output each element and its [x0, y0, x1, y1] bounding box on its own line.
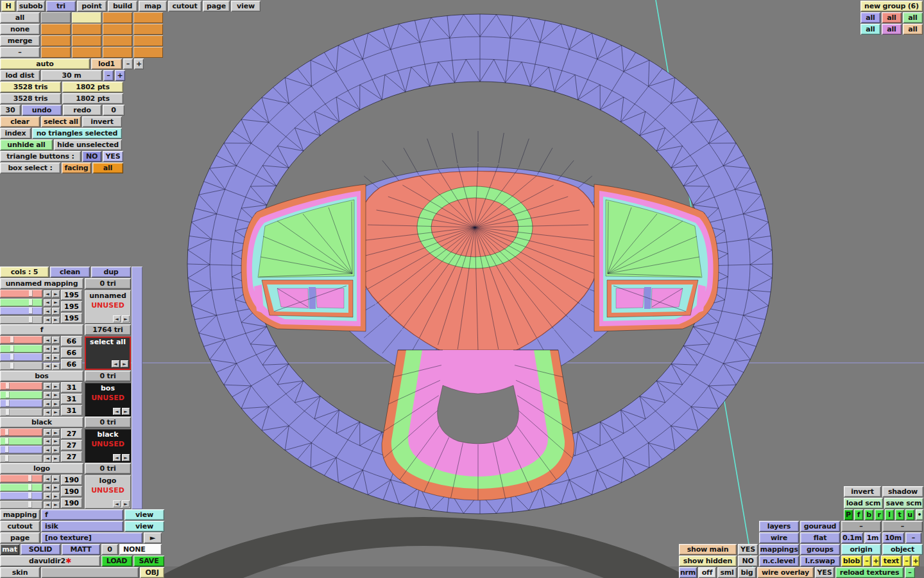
material-prev-icon[interactable]: ◄	[113, 454, 121, 461]
view-r-button[interactable]: r	[875, 509, 884, 520]
slider-handle[interactable]	[10, 363, 14, 369]
load-button[interactable]: LOAD	[101, 556, 132, 566]
subob-cell[interactable]	[72, 24, 101, 35]
box-select-all[interactable]: all	[92, 162, 123, 173]
dist-01m-button[interactable]: 0.1m	[841, 532, 863, 543]
slider-increment-icon[interactable]: ►	[52, 446, 60, 453]
clean-button[interactable]: clean	[50, 267, 90, 277]
slider-decrement-icon[interactable]: ◄	[44, 354, 51, 361]
auto-button[interactable]: auto	[0, 58, 90, 69]
subob-cell[interactable]	[41, 24, 71, 35]
save-button[interactable]: SAVE	[133, 556, 164, 566]
subob-cell[interactable]	[133, 12, 163, 23]
slider-handle[interactable]	[6, 383, 10, 389]
slider-handle[interactable]	[5, 429, 9, 435]
color-slider[interactable]	[0, 399, 42, 407]
material-name-box[interactable]: bosUNUSED◄►	[85, 383, 131, 416]
slider-handle[interactable]	[6, 400, 10, 407]
color-slider[interactable]	[0, 345, 42, 353]
color-slider[interactable]	[0, 484, 42, 491]
material-next-icon[interactable]: ►	[122, 408, 130, 415]
view-invert-button[interactable]: invert	[844, 486, 881, 497]
text-plus-button[interactable]: +	[912, 556, 920, 566]
slider-decrement-icon[interactable]: ◄	[44, 290, 51, 297]
subob-none-button[interactable]: none	[0, 24, 40, 35]
view-l-button[interactable]: l	[885, 509, 894, 520]
view-p-button[interactable]: P	[844, 509, 853, 520]
slider-increment-icon[interactable]: ►	[52, 337, 60, 344]
lod-plus-button[interactable]: +	[134, 58, 144, 69]
material-section-name[interactable]: black	[0, 417, 83, 428]
slider-handle[interactable]	[29, 317, 33, 323]
slider-decrement-icon[interactable]: ◄	[44, 392, 51, 399]
slider-decrement-icon[interactable]: ◄	[44, 484, 51, 491]
nrm-off-button[interactable]: off	[698, 567, 716, 578]
slider-handle[interactable]	[5, 455, 9, 462]
dup-button[interactable]: dup	[91, 267, 131, 277]
unhide-all-button[interactable]: unhide all	[0, 139, 53, 150]
view-dot-button[interactable]: •	[916, 509, 923, 520]
material-next-icon[interactable]: ►	[121, 360, 128, 367]
layers-button[interactable]: layers	[759, 521, 799, 532]
lod-dist-minus-button[interactable]: –	[103, 70, 114, 81]
cols-button[interactable]: cols : 5	[0, 267, 49, 277]
slider-handle[interactable]	[5, 446, 9, 453]
slider-decrement-icon[interactable]: ◄	[44, 475, 51, 482]
color-slider[interactable]	[0, 501, 42, 509]
slider-handle[interactable]	[29, 299, 33, 306]
slider-increment-icon[interactable]: ►	[52, 346, 60, 353]
slider-decrement-icon[interactable]: ◄	[44, 502, 51, 509]
subob-cell[interactable]	[72, 35, 101, 46]
dist-1m-button[interactable]: 1m	[864, 532, 881, 543]
slider-increment-icon[interactable]: ►	[52, 317, 60, 324]
color-slider[interactable]	[0, 475, 42, 482]
page-next-icon[interactable]: ►	[144, 532, 162, 543]
subob-all-button[interactable]: all	[0, 12, 40, 23]
color-slider[interactable]	[0, 408, 42, 416]
slider-decrement-icon[interactable]: ◄	[44, 308, 51, 315]
slider-decrement-icon[interactable]: ◄	[44, 438, 51, 445]
slider-increment-icon[interactable]: ►	[52, 438, 60, 445]
tab-tri-selected[interactable]: tri	[46, 1, 76, 12]
group-all-purple[interactable]: all	[860, 12, 880, 23]
color-slider[interactable]	[0, 382, 42, 390]
subob-cell[interactable]	[133, 35, 163, 46]
box-select-facing[interactable]: facing	[62, 162, 91, 173]
load-scm-button[interactable]: load scm	[844, 498, 883, 509]
tab-cutout[interactable]: cutout	[168, 1, 201, 12]
slider-decrement-icon[interactable]: ◄	[44, 455, 51, 462]
group-all-red[interactable]: all	[882, 12, 902, 23]
material-prev-icon[interactable]: ◄	[113, 315, 121, 322]
material-section-name[interactable]: logo	[0, 463, 83, 474]
view-shadow-button[interactable]: shadow	[882, 486, 923, 497]
slider-decrement-icon[interactable]: ◄	[44, 346, 51, 353]
view-t-button[interactable]: t	[895, 509, 904, 520]
subob-cell[interactable]	[133, 24, 163, 35]
material-name-box[interactable]: select all◄►	[85, 337, 131, 370]
slider-increment-icon[interactable]: ►	[52, 409, 60, 416]
slider-increment-icon[interactable]: ►	[52, 484, 60, 491]
triangle-buttons-no[interactable]: NO	[82, 151, 101, 162]
slider-handle[interactable]	[28, 493, 32, 499]
reload-dash-button[interactable]: –	[905, 567, 915, 578]
cutout-value[interactable]: isik	[41, 521, 123, 532]
triangle-buttons-yes[interactable]: YES	[103, 151, 123, 162]
subob-cell[interactable]	[133, 47, 163, 58]
material-next-icon[interactable]: ►	[122, 454, 130, 461]
mat-none-value[interactable]: NONE	[119, 544, 162, 555]
slider-increment-icon[interactable]: ►	[52, 308, 60, 315]
material-name-box[interactable]: blackUNUSED◄►	[85, 429, 131, 462]
subob-cell[interactable]	[41, 12, 71, 23]
slider-decrement-icon[interactable]: ◄	[44, 317, 51, 324]
nrm-sml-button[interactable]: sml	[717, 567, 737, 578]
redo-button[interactable]: redo	[63, 105, 101, 116]
tab-build[interactable]: build	[108, 1, 137, 12]
color-slider[interactable]	[0, 446, 42, 453]
slider-handle[interactable]	[28, 475, 32, 482]
slider-increment-icon[interactable]: ►	[52, 475, 60, 482]
groups-button[interactable]: groups	[800, 544, 840, 555]
wire-dash-button[interactable]: –	[905, 532, 921, 543]
index-button[interactable]: index	[0, 128, 31, 139]
lod-minus-button[interactable]: –	[123, 58, 133, 69]
color-slider[interactable]	[0, 492, 42, 500]
